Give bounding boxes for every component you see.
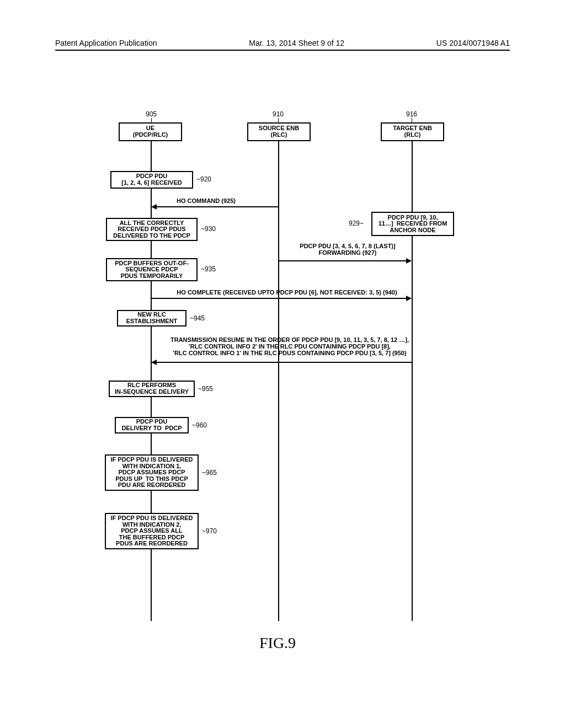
entity-ue-label2: (PDCP/RLC): [133, 132, 168, 138]
arrow-940: [152, 298, 407, 299]
ref-960-num: 960: [196, 421, 207, 429]
arrow-940-caption: HO COMPLETE (RECEIVED UPTO PDCP PDU [6],…: [166, 289, 408, 296]
ref-920-num: 920: [200, 175, 211, 183]
figure-caption: FIG.9: [259, 634, 296, 652]
arrow-950-head: [151, 360, 157, 365]
entity-tgt-box: TARGET ENB (RLC): [381, 122, 444, 141]
arrow-927-head: [406, 258, 412, 264]
box-945: NEW RLC ESTABLISHMENT: [117, 310, 186, 326]
entity-src-label2: (RLC): [271, 132, 287, 138]
arrow-927-caption: PDCP PDU [3, 4, 5, 6, 7, 8 (LAST)] FORWA…: [287, 243, 408, 256]
ref-970: ~970: [202, 527, 217, 535]
arrow-950: [156, 362, 412, 363]
ref-970-num: 970: [206, 527, 217, 535]
box-920: PDCP PDU [1, 2, 4, 6] RECEIVED: [110, 171, 193, 189]
arrow-950-caption: TRANSMISSION RESUME IN THE ORDER OF PDCP…: [166, 336, 414, 356]
ref-965: ~965: [202, 469, 217, 477]
box-960: PDCP PDU DELIVERY TO PDCP: [115, 417, 189, 433]
ref-929-num: 929: [349, 220, 360, 227]
entity-src-num: 910: [267, 110, 289, 122]
arrow-940-head: [406, 296, 412, 301]
ref-935-num: 935: [205, 265, 216, 273]
ref-965-num: 965: [206, 469, 217, 477]
ref-955-num: 955: [202, 385, 213, 393]
entity-ue-num: 905: [140, 110, 162, 122]
entity-src-number: 910: [267, 110, 289, 118]
ref-929: 929~: [349, 220, 364, 227]
box-929: PDCP PDU [9, 10, 11…] RECEIVED FROM ANCH…: [371, 212, 454, 236]
header-right: US 2014/0071948 A1: [436, 39, 510, 47]
entity-src-box: SOURCE ENB (RLC): [247, 122, 311, 141]
box-970: IF PDCP PDU IS DELIVERED WITH INDICATION…: [105, 513, 199, 549]
arrow-925-head: [151, 204, 157, 210]
lifeline-src: [278, 141, 279, 621]
entity-ue-box: UE (PDCP/RLC): [119, 122, 182, 141]
box-955: RLC PERFORMS IN-SEQUENCE DELIVERY: [109, 381, 195, 397]
box-930: ALL THE CORRECTLY RECEIVED PDCP PDUS DEL…: [106, 218, 198, 241]
page-header: Patent Application Publication Mar. 13, …: [0, 39, 565, 51]
arrow-925: [156, 206, 278, 207]
entity-tgt-label2: (RLC): [404, 132, 421, 138]
ref-945: ~945: [190, 314, 205, 322]
entity-tgt-number: 916: [401, 110, 423, 118]
arrow-925-caption: HO COMMAND (925): [177, 197, 236, 204]
ref-935: ~935: [201, 265, 216, 273]
ref-960: ~960: [192, 421, 207, 429]
header-left: Patent Application Publication: [55, 39, 157, 47]
ref-920: ~920: [196, 175, 211, 183]
entity-ue-number: 905: [140, 110, 162, 118]
header-mid: Mar. 13, 2014 Sheet 9 of 12: [249, 39, 344, 47]
box-965: IF PDCP PDU IS DELIVERED WITH INDICATION…: [105, 454, 199, 491]
box-935: PDCP BUFFERS OUT-OF- SEQUENCE PDCP PDUS …: [106, 258, 198, 281]
ref-945-num: 945: [194, 314, 205, 322]
ref-930-num: 930: [205, 225, 216, 233]
sequence-diagram: 905 910 916 UE (PDCP/RLC) SOURCE ENB (RL…: [0, 110, 565, 634]
arrow-927: [279, 260, 407, 261]
entity-tgt-num: 916: [401, 110, 423, 122]
ref-955: ~955: [198, 385, 213, 393]
ref-930: ~930: [201, 225, 216, 233]
